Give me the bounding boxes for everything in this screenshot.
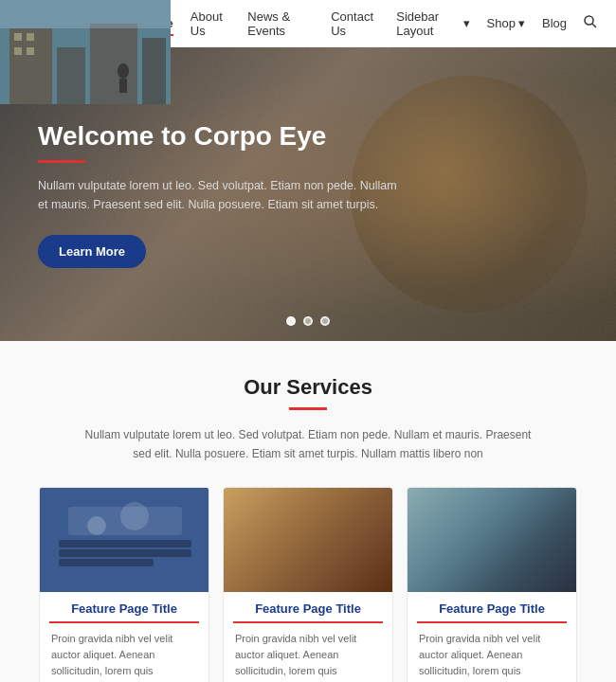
svg-line-3 xyxy=(592,24,596,27)
services-section: Our Services Nullam vulputate lorem ut l… xyxy=(0,341,616,682)
services-title: Our Services xyxy=(28,375,588,400)
hero-dot-3[interactable] xyxy=(320,316,330,326)
card-image-2 xyxy=(224,488,392,592)
services-cards: Feature Page Title Proin gravida nibh ve… xyxy=(28,487,588,682)
card-image-1 xyxy=(40,488,208,592)
svg-point-10 xyxy=(87,516,106,535)
svg-point-2 xyxy=(585,16,593,25)
nav-news[interactable]: News & Events xyxy=(247,6,314,42)
nav-sidebar[interactable]: Sidebar Layout ▾ xyxy=(396,6,469,42)
card-1-illustration xyxy=(40,488,208,592)
svg-point-11 xyxy=(120,502,149,530)
svg-rect-6 xyxy=(59,540,191,547)
hero-dots xyxy=(286,316,330,326)
hero-description: Nullam vulputate lorem ut leo. Sed volut… xyxy=(38,176,398,214)
hero-title: Welcome to Corpo Eye xyxy=(38,120,398,153)
chevron-down-icon: ▾ xyxy=(463,16,470,30)
hero-dot-1[interactable] xyxy=(286,316,296,326)
nav-shop[interactable]: Shop ▾ xyxy=(487,12,525,34)
learn-more-button[interactable]: Learn More xyxy=(38,235,146,268)
hero-title-underline xyxy=(38,160,85,163)
search-icon[interactable] xyxy=(584,15,597,31)
card-3-text: Proin gravida nibh vel velit auctor aliq… xyxy=(408,623,576,682)
svg-rect-7 xyxy=(59,549,191,557)
services-description: Nullam vulputate lorem ut leo. Sed volut… xyxy=(81,425,535,464)
card-1-title: Feature Page Title xyxy=(49,592,199,623)
nav-contact[interactable]: Contact Us xyxy=(331,6,379,42)
svg-rect-8 xyxy=(59,559,154,566)
services-underline xyxy=(289,407,327,410)
card-2-title: Feature Page Title xyxy=(233,592,383,623)
card-image-3 xyxy=(408,488,576,592)
hero-content: Welcome to Corpo Eye Nullam vulputate lo… xyxy=(38,120,398,268)
service-card-2: Feature Page Title Proin gravida nibh ve… xyxy=(223,487,393,682)
card-3-title: Feature Page Title xyxy=(417,592,567,623)
hero-dot-2[interactable] xyxy=(303,316,313,326)
nav-blog[interactable]: Blog xyxy=(542,12,567,34)
card-2-text: Proin gravida nibh vel velit auctor aliq… xyxy=(224,623,392,682)
service-card-1: Feature Page Title Proin gravida nibh ve… xyxy=(39,487,209,682)
nav-about[interactable]: About Us xyxy=(190,6,230,42)
main-nav: Home About Us News & Events Contact Us S… xyxy=(139,6,597,42)
chevron-down-icon: ▾ xyxy=(518,16,525,30)
service-card-3: Feature Page Title Proin gravida nibh ve… xyxy=(407,487,577,682)
card-1-text: Proin gravida nibh vel velit auctor aliq… xyxy=(40,623,208,682)
